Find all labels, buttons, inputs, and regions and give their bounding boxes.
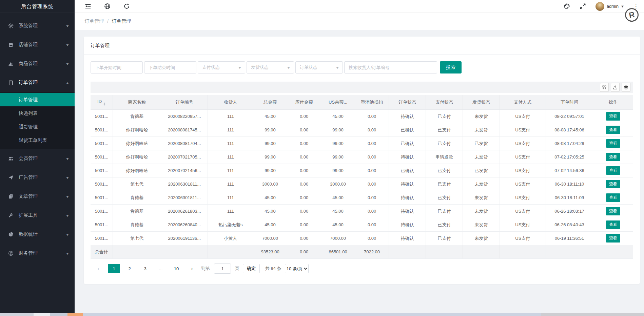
column-header-支付方式: 支付方式 [500,95,546,110]
page-title: 订单管理 [84,43,640,55]
chevron-down-icon: ▼ [65,214,70,217]
page-jump-input[interactable] [214,264,231,274]
cell-created: 08-08 17:45:06 [546,123,593,137]
avatar[interactable] [596,2,604,11]
refresh-icon[interactable] [123,3,130,9]
palette-icon[interactable] [564,3,570,9]
filter-select-发货状态[interactable]: 发货状态▼ [247,61,294,73]
page-button-10[interactable]: 10 [170,264,182,273]
cell-id: 5001... [91,218,113,232]
column-header-ID[interactable]: ID▲▼ [91,95,113,110]
sidebar-item-订单管理[interactable]: 订单管理▲ [0,73,75,92]
chevron-down-icon: ▼ [65,157,70,160]
next-page-button[interactable]: › [186,264,198,273]
totals-cell [389,245,426,259]
sidebar-item-扩展工具[interactable]: 扩展工具▼ [0,206,75,225]
table-row: 5001...你好啊哈哈202008081745...11199.000.009… [91,123,633,137]
sidebar-item-label: 财务管理 [19,250,66,256]
totals-cell [463,245,500,259]
page-button-3[interactable]: 3 [139,264,151,273]
sidebar-item-广告管理[interactable]: 广告管理▼ [0,168,75,187]
view-button[interactable]: 查看 [606,139,620,148]
columns-button[interactable] [600,83,609,92]
view-button[interactable]: 查看 [606,220,620,229]
column-header-发货状态: 发货状态 [463,95,500,110]
collapse-menu-icon[interactable] [85,3,91,9]
filter-select-订单状态[interactable]: 订单状态▼ [295,61,343,73]
search-button[interactable]: 搜索 [440,61,462,73]
view-button[interactable]: 查看 [606,180,620,188]
cell-us_balance: 3000.00 [321,177,355,191]
sidebar-item-财务管理[interactable]: 财务管理▼ [0,244,75,263]
prev-page-button[interactable]: ‹ [92,264,104,273]
cell-ship_status: 未发货 [463,123,500,137]
finance-icon [8,251,14,256]
cell-order_no: 202006301811... [161,191,208,205]
sidebar-item-商品管理[interactable]: 商品管理▼ [0,54,75,73]
column-header-总金额: 总金额 [253,95,287,110]
sidebar-subitem-退货工单列表[interactable]: 退货工单列表 [0,133,75,147]
table-row: 5001...你好啊哈哈202007021456...11199.000.009… [91,164,633,177]
chevron-down-icon: ▼ [65,24,70,27]
confirm-button[interactable]: 确定 [243,264,260,273]
end-time-input[interactable] [144,61,196,73]
sidebar-subitem-退货管理[interactable]: 退货管理 [0,120,75,133]
print-button[interactable] [622,83,630,92]
horizontal-scrollbar[interactable] [0,313,644,316]
cell-order_no: 202007021456... [161,164,208,177]
page-size-select[interactable]: 10 条/页 [285,264,309,273]
cell-pool_deduct: 0.00 [355,110,389,123]
page-button-1[interactable]: 1 [108,264,120,273]
view-button[interactable]: 查看 [606,166,620,175]
select-placeholder: 订单状态 [300,64,317,70]
cell-pool_deduct: 0.00 [355,205,389,218]
search-input[interactable] [344,61,437,73]
cell-action: 查看 [593,110,633,123]
view-button[interactable]: 查看 [606,126,620,134]
view-button[interactable]: 查看 [606,234,620,243]
cell-pay_method: US支付 [500,123,546,137]
cell-us_balance: 45.00 [321,205,355,218]
view-button[interactable]: 查看 [606,207,620,215]
sidebar-item-文章管理[interactable]: 文章管理▼ [0,187,75,206]
cell-id: 5001... [91,164,113,177]
sidebar-item-label: 数据统计 [19,231,66,237]
fullscreen-icon[interactable] [580,3,586,9]
user-menu[interactable]: admin ▼ [596,2,624,11]
article-icon [8,194,14,199]
sidebar-subitem-订单管理[interactable]: 订单管理 [0,93,75,106]
view-button[interactable]: 查看 [606,193,620,202]
globe-icon[interactable] [104,3,111,9]
print-icon [624,85,628,90]
view-button[interactable]: 查看 [606,112,620,121]
cell-pay_status: 申请退款 [426,150,463,164]
page-ellipsis: ... [155,264,167,273]
sidebar-item-系统管理[interactable]: 系统管理▼ [0,16,75,35]
sidebar-item-会员管理[interactable]: 会员管理▼ [0,149,75,168]
cell-action: 查看 [593,205,633,218]
filter-select-支付状态[interactable]: 支付状态▼ [198,61,245,73]
totals-row: 总合计93523.000.0086501.007022.00 [91,245,633,259]
cell-total: 45.00 [253,110,287,123]
more-vert-icon[interactable]: ⋮ [633,4,639,9]
shop-icon [8,42,14,47]
sidebar-subitem-快递列表[interactable]: 快递列表 [0,106,75,120]
cell-order_status: 待确认 [389,177,426,191]
cell-order_status: 已确认 [389,123,426,137]
view-button[interactable]: 查看 [606,153,620,161]
sidebar-item-数据统计[interactable]: 数据统计▼ [0,225,75,244]
cell-pay_status: 已支付 [426,232,463,245]
cell-receiver: 111 [208,123,253,137]
cell-action: 查看 [593,150,633,164]
start-time-input[interactable] [91,61,143,73]
breadcrumb-parent[interactable]: 订单管理 [85,18,104,24]
sidebar-item-店铺管理[interactable]: 店铺管理▼ [0,35,75,54]
cell-pay_status: 已支付 [426,177,463,191]
cell-pay_method: US支付 [500,150,546,164]
page-button-2[interactable]: 2 [123,264,136,273]
cell-receiver: 111 [208,205,253,218]
cell-payable: 0.00 [287,110,321,123]
export-button[interactable] [611,83,620,92]
cell-order_status: 待确认 [389,232,426,245]
sort-icon[interactable]: ▲▼ [103,102,106,106]
